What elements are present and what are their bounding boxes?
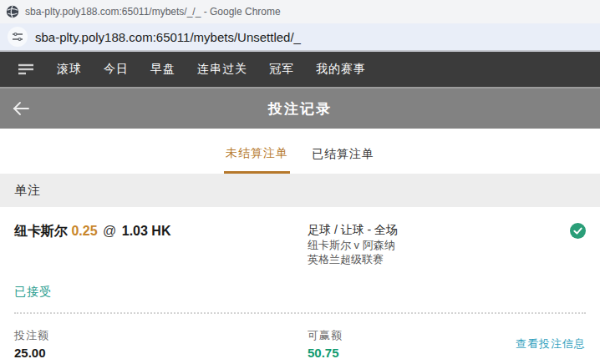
market-label: 足球 / 让球 - 全场 [308, 223, 567, 237]
status-cell [567, 223, 586, 266]
league-label: 英格兰超级联赛 [308, 252, 567, 266]
event-label: 纽卡斯尔 v 阿森纳 [308, 238, 567, 252]
section-header-single-bet: 单注 [0, 174, 600, 207]
page-title: 投注记录 [268, 99, 332, 119]
win-block: 可赢额 50.75 [308, 328, 516, 360]
nav-item-parlay[interactable]: 连串过关 [197, 62, 247, 77]
bet-card: 纽卡斯尔 0.25 @ 1.03 HK 足球 / 让球 - 全场 纽卡斯尔 v … [0, 207, 600, 360]
check-circle-icon [570, 223, 586, 239]
bet-selection-line: 纽卡斯尔 0.25 @ 1.03 HK [14, 223, 308, 266]
stake-label: 投注额 [14, 328, 308, 343]
section-title: 单注 [14, 183, 41, 199]
nav-item-outright[interactable]: 冠军 [269, 62, 294, 77]
win-label: 可赢额 [308, 328, 516, 343]
hamburger-menu-button[interactable] [18, 63, 35, 75]
back-arrow-icon [12, 101, 30, 116]
bet-status-badge: 已接受 [14, 285, 586, 300]
handicap-value: 0.25 [71, 224, 97, 238]
win-value: 50.75 [308, 346, 516, 360]
bet-footer-row: 投注额 25.00 可赢额 50.75 查看投注信息 [14, 314, 586, 360]
address-bar[interactable]: sba-plty.poly188.com:65011/mybets/Unsett… [0, 23, 600, 52]
view-bet-details-link[interactable]: 查看投注信息 [516, 336, 586, 351]
page-header: 投注记录 [0, 88, 600, 129]
tab-settled[interactable]: 已结算注单 [310, 144, 376, 174]
bet-history-tabs: 未结算注单 已结算注单 [0, 129, 600, 174]
selection-name: 纽卡斯尔 [14, 224, 68, 238]
favicon-globe-icon [6, 5, 19, 18]
window-title: sba-plty.poly188.com:65011/mybets/_/_ - … [25, 6, 281, 18]
url-text[interactable]: sba-plty.poly188.com:65011/mybets/Unsett… [35, 30, 301, 44]
site-info-button[interactable] [8, 27, 28, 47]
tune-icon [12, 31, 23, 43]
window-title-bar: sba-plty.poly188.com:65011/mybets/_/_ - … [0, 0, 600, 23]
hamburger-menu-icon [18, 63, 35, 75]
odds-value: 1.03 HK [122, 224, 171, 238]
nav-item-today[interactable]: 今日 [104, 62, 129, 77]
at-symbol: @ [101, 224, 118, 238]
nav-item-my-events[interactable]: 我的赛事 [316, 62, 366, 77]
bet-meta: 足球 / 让球 - 全场 纽卡斯尔 v 阿森纳 英格兰超级联赛 [308, 223, 567, 266]
stake-block: 投注额 25.00 [14, 328, 308, 360]
bet-main-row: 纽卡斯尔 0.25 @ 1.03 HK 足球 / 让球 - 全场 纽卡斯尔 v … [14, 223, 586, 266]
tab-unsettled[interactable]: 未结算注单 [224, 144, 290, 174]
sports-nav-bar: 滚球 今日 早盘 连串过关 冠军 我的赛事 [0, 52, 600, 88]
back-button[interactable] [8, 98, 33, 119]
nav-item-inplay[interactable]: 滚球 [57, 62, 82, 77]
nav-item-early[interactable]: 早盘 [150, 62, 175, 77]
stake-value: 25.00 [14, 346, 308, 360]
